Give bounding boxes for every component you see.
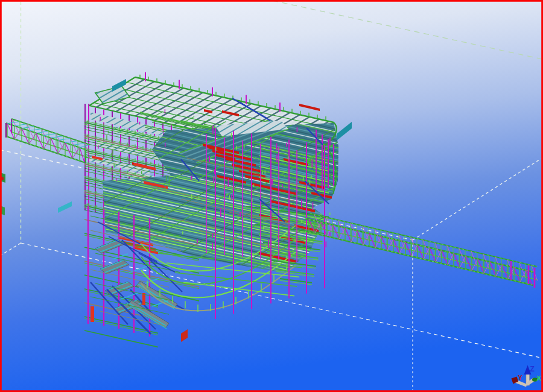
svg-text:Y: Y xyxy=(518,374,522,381)
svg-text:X: X xyxy=(536,375,541,382)
svg-text:Z: Z xyxy=(530,365,535,373)
